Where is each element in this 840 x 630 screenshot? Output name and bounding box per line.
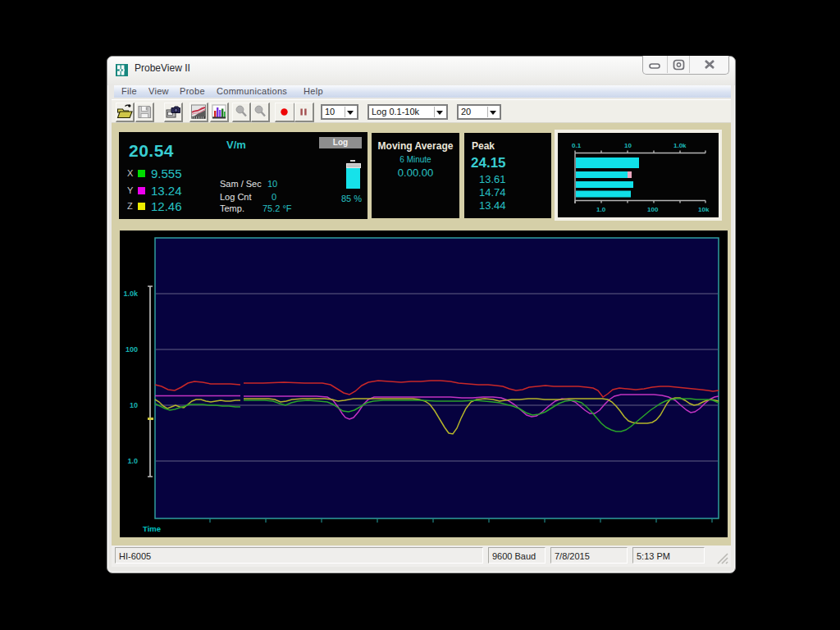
svg-text:10: 10 bbox=[624, 142, 632, 149]
svg-text:0.1: 0.1 bbox=[572, 142, 582, 149]
svg-text:1.0k: 1.0k bbox=[673, 142, 687, 149]
svg-text:100: 100 bbox=[126, 345, 138, 354]
svg-text:1.0: 1.0 bbox=[596, 206, 606, 213]
svg-text:100: 100 bbox=[647, 206, 659, 213]
svg-text:10: 10 bbox=[130, 401, 138, 409]
svg-text:1.0: 1.0 bbox=[127, 457, 138, 465]
svg-text:1.0k: 1.0k bbox=[123, 290, 139, 298]
svg-text:10k: 10k bbox=[698, 206, 710, 213]
svg-text:Time: Time bbox=[143, 524, 161, 533]
